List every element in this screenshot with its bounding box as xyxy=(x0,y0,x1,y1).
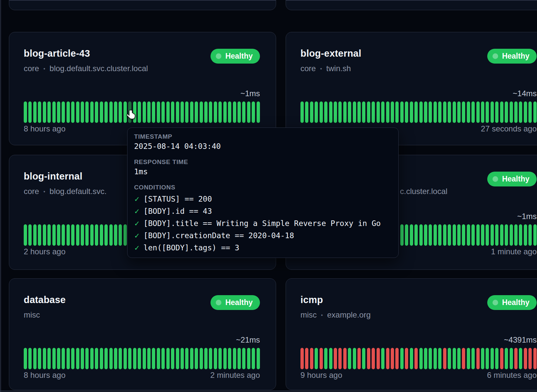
status-bar[interactable] xyxy=(305,348,308,369)
status-bar[interactable] xyxy=(109,224,113,246)
status-bar[interactable] xyxy=(457,224,461,246)
status-bar[interactable] xyxy=(405,348,408,369)
status-bar[interactable] xyxy=(462,348,465,369)
status-bar[interactable] xyxy=(157,348,160,369)
status-bar[interactable] xyxy=(195,348,198,369)
status-bar[interactable] xyxy=(204,101,208,123)
status-bar[interactable] xyxy=(320,348,323,369)
status-bar[interactable] xyxy=(519,101,522,123)
status-bar[interactable] xyxy=(90,348,94,369)
status-bar[interactable] xyxy=(119,224,122,246)
partial-card-top-right[interactable] xyxy=(286,0,537,10)
status-bar[interactable] xyxy=(510,348,513,369)
status-bar[interactable] xyxy=(242,348,245,369)
status-bar[interactable] xyxy=(514,224,518,246)
status-bar[interactable] xyxy=(486,348,489,369)
status-bar[interactable] xyxy=(214,101,217,123)
status-bar[interactable] xyxy=(329,348,332,369)
status-bar[interactable] xyxy=(377,101,380,123)
status-bar[interactable] xyxy=(119,101,122,123)
status-bar[interactable] xyxy=(171,348,174,369)
endpoint-card-database[interactable]: database misc Healthy ~21ms 8 hours ago … xyxy=(9,278,276,390)
status-bar[interactable] xyxy=(429,101,432,123)
status-bar[interactable] xyxy=(43,348,46,369)
status-bar[interactable] xyxy=(467,348,470,369)
status-bar[interactable] xyxy=(52,348,56,369)
status-bar[interactable] xyxy=(166,348,170,369)
status-bar[interactable] xyxy=(510,101,513,123)
status-bar[interactable] xyxy=(24,348,27,369)
status-bar[interactable] xyxy=(147,101,151,123)
status-bar[interactable] xyxy=(38,224,41,246)
status-bar[interactable] xyxy=(410,348,413,369)
status-bar[interactable] xyxy=(377,348,380,369)
status-bar[interactable] xyxy=(481,348,484,369)
status-bar[interactable] xyxy=(386,101,389,123)
status-bar[interactable] xyxy=(257,348,260,369)
status-bar[interactable] xyxy=(395,348,399,369)
status-bar[interactable] xyxy=(133,348,136,369)
status-bar[interactable] xyxy=(38,101,41,123)
status-bar[interactable] xyxy=(67,224,70,246)
uptime-bars[interactable] xyxy=(300,101,537,123)
status-bar[interactable] xyxy=(300,348,304,369)
status-bar[interactable] xyxy=(448,224,451,246)
status-bar[interactable] xyxy=(481,224,484,246)
status-bar[interactable] xyxy=(448,101,451,123)
status-bar[interactable] xyxy=(114,101,117,123)
status-bar[interactable] xyxy=(228,348,231,369)
status-bar[interactable] xyxy=(209,348,212,369)
status-bar[interactable] xyxy=(443,348,446,369)
status-bar[interactable] xyxy=(476,101,480,123)
status-bar[interactable] xyxy=(434,224,437,246)
status-bar[interactable] xyxy=(338,348,342,369)
status-bar[interactable] xyxy=(438,101,441,123)
status-bar[interactable] xyxy=(171,101,174,123)
status-bar[interactable] xyxy=(257,101,260,123)
status-bar[interactable] xyxy=(495,348,498,369)
status-bar[interactable] xyxy=(519,348,522,369)
status-bar[interactable] xyxy=(124,224,127,246)
status-bar[interactable] xyxy=(310,101,313,123)
status-bar[interactable] xyxy=(62,101,65,123)
status-bar[interactable] xyxy=(85,348,89,369)
status-bar[interactable] xyxy=(315,348,318,369)
status-bar[interactable] xyxy=(100,101,103,123)
status-bar[interactable] xyxy=(109,101,113,123)
status-bar[interactable] xyxy=(104,348,108,369)
status-bar[interactable] xyxy=(33,101,37,123)
status-bar[interactable] xyxy=(457,101,461,123)
status-bar[interactable] xyxy=(71,101,74,123)
status-bar[interactable] xyxy=(414,101,418,123)
status-bar[interactable] xyxy=(252,348,255,369)
status-bar[interactable] xyxy=(505,101,508,123)
status-bar[interactable] xyxy=(533,348,537,369)
status-bar[interactable] xyxy=(500,224,503,246)
status-bar[interactable] xyxy=(238,348,241,369)
status-bar[interactable] xyxy=(242,101,245,123)
status-bar[interactable] xyxy=(453,101,456,123)
status-bar[interactable] xyxy=(138,101,141,123)
status-bar[interactable] xyxy=(381,348,384,369)
status-bar[interactable] xyxy=(533,224,537,246)
status-bar[interactable] xyxy=(471,101,475,123)
status-bar[interactable] xyxy=(185,101,188,123)
status-bar[interactable] xyxy=(524,348,527,369)
status-bar[interactable] xyxy=(147,348,151,369)
status-bar[interactable] xyxy=(218,348,222,369)
status-bar[interactable] xyxy=(33,224,37,246)
status-bar[interactable] xyxy=(24,224,27,246)
status-bar[interactable] xyxy=(424,348,427,369)
status-bar[interactable] xyxy=(138,348,141,369)
status-bar[interactable] xyxy=(310,348,313,369)
status-bar[interactable] xyxy=(128,348,131,369)
status-bar[interactable] xyxy=(343,348,347,369)
status-bar[interactable] xyxy=(334,101,337,123)
status-bar[interactable] xyxy=(57,224,60,246)
status-bar[interactable] xyxy=(476,224,480,246)
status-bar[interactable] xyxy=(438,224,441,246)
status-bar[interactable] xyxy=(533,101,537,123)
status-bar[interactable] xyxy=(500,101,503,123)
status-bar[interactable] xyxy=(300,101,304,123)
status-bar[interactable] xyxy=(362,101,365,123)
